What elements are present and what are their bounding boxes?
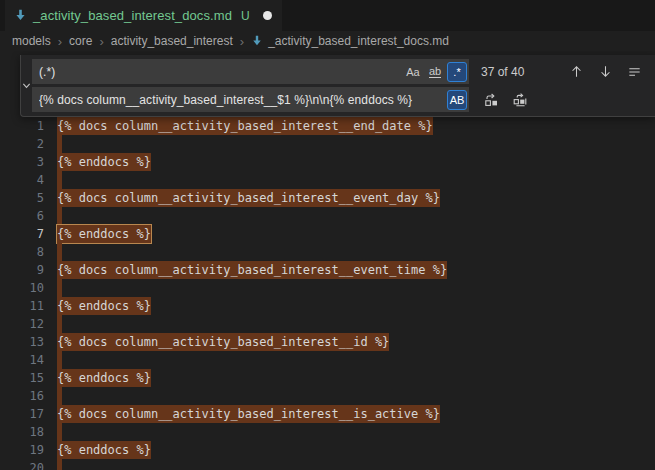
editor-pane: (.*) Aa ab .* 37 of 40 — [0, 51, 655, 470]
line-number[interactable]: 9 — [0, 261, 44, 279]
markdown-icon — [14, 9, 27, 22]
code-line[interactable]: 13{% docs column__activity_based_interes… — [0, 333, 655, 351]
line-text[interactable] — [44, 387, 62, 405]
breadcrumb-item-core[interactable]: core — [69, 34, 92, 48]
find-match-highlight: {% docs column__activity_based_interest_… — [57, 261, 447, 279]
editor-tab[interactable]: _activity_based_interest_docs.md U — [5, 0, 282, 31]
code-line[interactable]: 12 — [0, 315, 655, 333]
line-text[interactable]: {% docs column__activity_based_interest_… — [44, 261, 447, 279]
code-line[interactable]: 5{% docs column__activity_based_interest… — [0, 189, 655, 207]
line-text[interactable]: {% enddocs %} — [44, 369, 151, 387]
line-number[interactable]: 1 — [0, 117, 44, 135]
find-input[interactable]: (.*) Aa ab .* — [32, 59, 469, 84]
line-text[interactable] — [44, 315, 62, 333]
line-number[interactable]: 4 — [0, 171, 44, 189]
regex-toggle[interactable]: .* — [447, 62, 467, 82]
find-match-highlight: {% enddocs %} — [57, 441, 151, 459]
find-match-highlight — [57, 387, 62, 405]
line-number[interactable]: 14 — [0, 351, 44, 369]
code-line[interactable]: 17{% docs column__activity_based_interes… — [0, 405, 655, 423]
chevron-down-icon — [21, 80, 32, 91]
line-text[interactable]: {% docs column__activity_based_interest_… — [44, 189, 440, 207]
code-line[interactable]: 4 — [0, 171, 655, 189]
find-match-highlight: {% docs column__activity_based_interest_… — [57, 405, 440, 423]
line-number[interactable]: 5 — [0, 189, 44, 207]
previous-match-button[interactable] — [566, 62, 586, 82]
tab-bar: _activity_based_interest_docs.md U — [0, 0, 655, 31]
line-text[interactable]: {% enddocs %} — [44, 153, 151, 171]
line-text[interactable] — [44, 351, 62, 369]
toggle-replace-chevron[interactable] — [21, 55, 32, 116]
find-match-highlight: {% docs column__activity_based_interest_… — [57, 189, 440, 207]
code-line[interactable]: 18 — [0, 423, 655, 441]
line-text[interactable]: {% docs column__activity_based_interest_… — [44, 117, 433, 135]
code-line[interactable]: 11{% enddocs %} — [0, 297, 655, 315]
line-number[interactable]: 7 — [0, 225, 44, 243]
whole-word-toggle[interactable]: ab — [425, 62, 445, 82]
line-number[interactable]: 12 — [0, 315, 44, 333]
line-number[interactable]: 13 — [0, 333, 44, 351]
line-number[interactable]: 3 — [0, 153, 44, 171]
line-number[interactable]: 20 — [0, 459, 44, 470]
code-line[interactable]: 15{% enddocs %} — [0, 369, 655, 387]
next-match-button[interactable] — [595, 62, 615, 82]
find-match-highlight: {% enddocs %} — [57, 369, 151, 387]
markdown-icon — [251, 35, 263, 47]
modified-dot-icon[interactable] — [263, 11, 272, 20]
line-number[interactable]: 6 — [0, 207, 44, 225]
replace-all-button[interactable] — [510, 90, 530, 110]
code-line[interactable]: 10 — [0, 279, 655, 297]
line-text[interactable] — [44, 279, 62, 297]
find-match-highlight — [57, 351, 62, 369]
find-match-highlight — [57, 423, 62, 441]
line-number[interactable]: 10 — [0, 279, 44, 297]
code-line[interactable]: 20 — [0, 459, 655, 470]
code-line[interactable]: 2 — [0, 135, 655, 153]
find-match-highlight: {% docs column__activity_based_interest_… — [57, 333, 389, 351]
code-line[interactable]: 7{% enddocs %} — [0, 225, 655, 243]
find-in-selection-button[interactable] — [624, 62, 644, 82]
line-text[interactable]: {% docs column__activity_based_interest_… — [44, 333, 389, 351]
line-number[interactable]: 19 — [0, 441, 44, 459]
find-match-highlight: {% enddocs %} — [57, 297, 151, 315]
replace-button[interactable] — [481, 90, 501, 110]
line-number[interactable]: 15 — [0, 369, 44, 387]
replace-input[interactable]: {% docs column__activity_based_interest_… — [32, 87, 469, 112]
code-line[interactable]: 14 — [0, 351, 655, 369]
line-number[interactable]: 8 — [0, 243, 44, 261]
line-text[interactable] — [44, 207, 62, 225]
breadcrumb-item-folder[interactable]: activity_based_interest — [111, 34, 233, 48]
line-text[interactable] — [44, 423, 62, 441]
replace-icon — [483, 92, 499, 108]
git-status-badge: U — [241, 9, 250, 23]
line-text[interactable] — [44, 171, 62, 189]
code-line[interactable]: 16 — [0, 387, 655, 405]
line-text[interactable]: {% enddocs %} — [44, 441, 151, 459]
line-number[interactable]: 17 — [0, 405, 44, 423]
code-line[interactable]: 8 — [0, 243, 655, 261]
breadcrumb-item-file[interactable]: _activity_based_interest_docs.md — [268, 34, 449, 48]
code-line[interactable]: 6 — [0, 207, 655, 225]
line-text[interactable] — [44, 243, 62, 261]
line-text[interactable] — [44, 135, 62, 153]
line-text[interactable]: {% docs column__activity_based_interest_… — [44, 405, 440, 423]
line-text[interactable] — [44, 459, 62, 470]
code-line[interactable]: 9{% docs column__activity_based_interest… — [0, 261, 655, 279]
current-find-match: {% enddocs %} — [57, 225, 151, 243]
preserve-case-toggle[interactable]: AB — [447, 90, 467, 110]
line-number[interactable]: 11 — [0, 297, 44, 315]
match-case-toggle[interactable]: Aa — [403, 62, 423, 82]
code-line[interactable]: 3{% enddocs %} — [0, 153, 655, 171]
find-match-highlight — [57, 243, 62, 261]
breadcrumb-item-models[interactable]: models — [12, 34, 51, 48]
line-number[interactable]: 16 — [0, 387, 44, 405]
code-line[interactable]: 1{% docs column__activity_based_interest… — [0, 117, 655, 135]
line-number[interactable]: 2 — [0, 135, 44, 153]
chevron-right-icon: › — [58, 34, 62, 49]
line-text[interactable]: {% enddocs %} — [44, 297, 151, 315]
line-number[interactable]: 18 — [0, 423, 44, 441]
line-text[interactable]: {% enddocs %} — [44, 225, 151, 243]
code-line[interactable]: 19{% enddocs %} — [0, 441, 655, 459]
replace-all-icon — [512, 92, 528, 108]
arrow-down-icon — [598, 64, 613, 79]
